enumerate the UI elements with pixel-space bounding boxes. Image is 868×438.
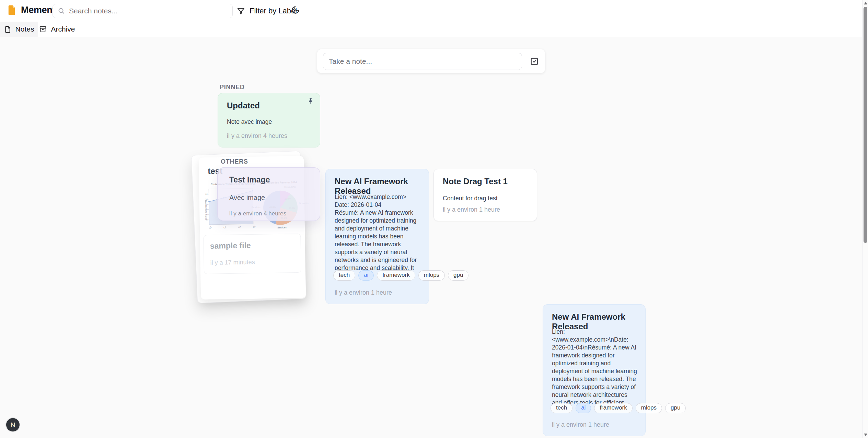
scrollbar-thumb[interactable] xyxy=(864,7,867,243)
tab-notes[interactable]: Notes xyxy=(0,22,38,37)
note-content: Lien: <www.example.com> Date: 2026-01-04… xyxy=(335,193,421,270)
svg-text:Q4: Q4 xyxy=(252,225,256,228)
note-content: Note avec image xyxy=(227,118,312,126)
tag-pill-gpu[interactable]: gpu xyxy=(665,403,686,413)
note-composer xyxy=(317,49,545,73)
note-card-ai-framework-duplicate[interactable]: New AI Framework Released Lien: <www.exa… xyxy=(543,304,646,436)
tag-pill-tech[interactable]: tech xyxy=(333,270,355,281)
svg-text:20: 20 xyxy=(206,213,208,215)
take-a-note-input[interactable] xyxy=(323,53,522,70)
tag-pill-framework[interactable]: framework xyxy=(377,270,415,281)
note-timestamp: il y a environ 1 heure xyxy=(552,421,609,428)
svg-text:50: 50 xyxy=(206,198,208,200)
svg-text:Q1: Q1 xyxy=(208,226,212,229)
tag-pill-tech[interactable]: tech xyxy=(551,403,572,413)
tag-pill-ai[interactable]: ai xyxy=(358,270,374,281)
tag-pill-gpu[interactable]: gpu xyxy=(448,270,468,281)
others-section-label: OTHERS xyxy=(221,158,248,165)
svg-text:40: 40 xyxy=(206,203,208,205)
svg-text:60: 60 xyxy=(205,193,207,195)
drag-ghost-card: Test Image Avec image il y a environ 4 h… xyxy=(217,167,320,221)
svg-text:Q3: Q3 xyxy=(238,225,242,229)
note-timestamp: il y a 17 minutes xyxy=(210,259,255,267)
tab-bar: Notes Archive xyxy=(0,22,868,37)
svg-text:Q2: Q2 xyxy=(223,226,227,229)
search-icon xyxy=(58,7,65,15)
header: Memento Filter by Label xyxy=(0,0,868,22)
note-timestamp: il y a environ 1 heure xyxy=(443,206,500,213)
checklist-toggle-button[interactable] xyxy=(530,57,539,66)
archive-icon xyxy=(39,25,47,33)
note-title: Updated xyxy=(227,101,260,110)
note-timestamp: il y a environ 1 heure xyxy=(335,289,392,296)
tag-pill-mlops[interactable]: mlops xyxy=(636,403,662,413)
tab-notes-label: Notes xyxy=(15,25,34,33)
tag-list: techaiframeworkmlopsgpu xyxy=(333,270,468,281)
moon-icon xyxy=(291,5,300,14)
note-file-icon xyxy=(4,26,11,33)
note-card-drag-test-1[interactable]: Note Drag Test 1 Content for drag test i… xyxy=(433,169,537,221)
search-input[interactable] xyxy=(69,7,228,15)
ghost-timestamp: il y a environ 4 heures xyxy=(229,210,286,217)
file-logo-icon xyxy=(7,5,16,15)
tag-pill-ai[interactable]: ai xyxy=(576,403,591,413)
note-title: sample file xyxy=(210,241,251,251)
user-avatar[interactable]: N xyxy=(6,418,20,431)
note-content: Content for drag test xyxy=(443,194,529,202)
search-bar xyxy=(53,4,233,18)
memento-app: Memento Filter by Label Notes xyxy=(0,0,868,438)
ghost-content: Avec image xyxy=(229,194,265,202)
note-card-sample-file-faded[interactable]: sample file il y a 17 minutes xyxy=(203,234,301,274)
scrollbar-up-arrow[interactable] xyxy=(864,2,867,4)
tab-archive-label: Archive xyxy=(51,25,75,33)
pinned-section-label: PINNED xyxy=(220,84,245,91)
note-title: Note Drag Test 1 xyxy=(443,177,508,186)
note-content: Lien: <www.example.com>\nDate: 2026-01-0… xyxy=(552,328,638,404)
filter-by-label-button[interactable]: Filter by Label xyxy=(237,4,297,18)
funnel-icon xyxy=(237,7,245,15)
tag-pill-mlops[interactable]: mlops xyxy=(418,270,445,281)
svg-text:10: 10 xyxy=(206,218,208,221)
filter-by-label-text: Filter by Label xyxy=(250,7,297,15)
svg-text:30: 30 xyxy=(206,208,208,210)
ghost-title: Test Image xyxy=(229,175,270,185)
note-timestamp: il y a environ 4 heures xyxy=(227,132,287,140)
note-card-ai-framework[interactable]: New AI Framework Released Lien: <www.exa… xyxy=(325,169,429,304)
pin-icon[interactable] xyxy=(307,97,314,105)
note-card-updated[interactable]: Updated Note avec image il y a environ 4… xyxy=(218,93,320,147)
tag-pill-framework[interactable]: framework xyxy=(594,403,632,413)
dark-mode-toggle[interactable] xyxy=(291,5,300,14)
tag-list: techaiframeworkmlopsgpu xyxy=(551,403,686,413)
tab-archive[interactable]: Archive xyxy=(38,22,76,37)
vertical-scrollbar xyxy=(862,0,868,438)
scrollbar-down-arrow[interactable] xyxy=(864,434,867,436)
